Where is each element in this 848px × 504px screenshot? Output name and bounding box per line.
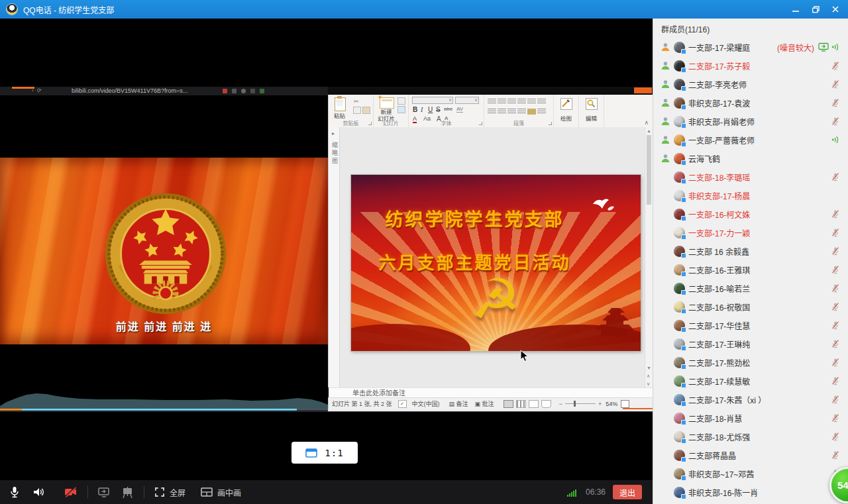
extension-icon[interactable]: [241, 89, 246, 93]
member-row[interactable]: 二支部-18-肖慧: [653, 409, 848, 427]
member-row[interactable]: 二支部-17-华佳慧: [653, 316, 848, 334]
mic-muted-icon[interactable]: [831, 228, 840, 237]
language-indicator[interactable]: 中文(中国): [412, 399, 440, 408]
zoom-percentage[interactable]: 54%: [606, 401, 617, 407]
mic-muted-icon[interactable]: [831, 376, 840, 385]
scrollbar-thumb[interactable]: [647, 135, 651, 205]
member-row[interactable]: 非织支部-16-陈一肖: [653, 483, 848, 501]
mic-muted-icon[interactable]: [831, 209, 840, 219]
paragraph-dialog-launcher[interactable]: [549, 122, 552, 125]
mic-muted-icon[interactable]: [831, 413, 840, 423]
strikethrough-button[interactable]: S: [436, 106, 441, 113]
member-row[interactable]: 二支部-18-尤烁强: [653, 427, 848, 446]
paragraph-buttons-row1[interactable]: [487, 98, 547, 105]
ppt-notes-area[interactable]: 单击此处添加备注: [329, 387, 653, 397]
member-row[interactable]: 一支部-严蔷薇老师: [653, 130, 848, 149]
fullscreen-label[interactable]: 全屏: [170, 487, 186, 498]
member-row[interactable]: 二支部-17-续慧敏: [653, 372, 848, 390]
member-row[interactable]: 二支部-18-李璐瑶: [653, 168, 848, 186]
notes-toggle[interactable]: ▤ 备注: [449, 399, 468, 408]
reading-view-icon[interactable]: [529, 400, 539, 408]
member-row[interactable]: 二支部-16-祝敬国: [653, 297, 848, 316]
speaker-button[interactable]: [32, 485, 45, 499]
format-painter-icon[interactable]: [362, 107, 370, 114]
member-row[interactable]: 二支部-17-王琳纯: [653, 334, 848, 353]
camera-off-button[interactable]: [64, 485, 78, 499]
zoom-in-icon[interactable]: +: [598, 401, 602, 407]
paste-icon[interactable]: [335, 97, 346, 111]
font-size-select[interactable]: [455, 97, 479, 104]
mic-muted-icon[interactable]: [831, 302, 840, 311]
pip-button[interactable]: [200, 486, 213, 498]
microphone-button[interactable]: [8, 485, 21, 499]
fit-to-window-icon[interactable]: [621, 400, 629, 408]
mic-muted-icon[interactable]: [831, 358, 840, 367]
screen-share-icon[interactable]: [818, 42, 829, 52]
thumbnail-pane-label[interactable]: 缩略图: [331, 142, 339, 166]
member-row[interactable]: 二支部蒋晶晶: [653, 446, 848, 464]
mic-muted-icon[interactable]: [831, 339, 840, 348]
mic-muted-icon[interactable]: [831, 395, 840, 404]
collapse-ribbon-icon[interactable]: ∧: [644, 119, 649, 126]
draw-button[interactable]: 绘图: [554, 114, 578, 122]
slide-sorter-view-icon[interactable]: [516, 400, 526, 408]
paragraph-buttons-row2[interactable]: [487, 108, 547, 115]
slideshow-view-icon[interactable]: [541, 400, 551, 408]
scroll-up-icon[interactable]: ▲: [647, 128, 651, 133]
zoom-slider[interactable]: [565, 403, 596, 404]
scroll-down-icon[interactable]: ▼: [647, 366, 651, 370]
extension-icon[interactable]: [232, 89, 237, 93]
ppt-scrollbar[interactable]: ▲ ▼ ∧ ∨: [645, 127, 653, 387]
member-row[interactable]: 二支部-16-喻若兰: [653, 279, 848, 297]
exit-call-button[interactable]: 退出: [613, 485, 642, 499]
normal-view-icon[interactable]: [504, 400, 513, 408]
member-row[interactable]: 一支部-17-力一颖: [653, 223, 848, 242]
zoom-out-icon[interactable]: −: [559, 401, 562, 407]
mic-muted-icon[interactable]: [831, 61, 840, 70]
member-row[interactable]: 非织支部-肖娟老师: [653, 112, 848, 130]
italic-button[interactable]: I: [421, 106, 423, 113]
mic-muted-icon[interactable]: [831, 172, 840, 181]
ppt-slide[interactable]: 纺织学院学生党支部 六月支部主题党日活动 ☭: [351, 175, 641, 351]
minimize-button[interactable]: [786, 0, 806, 19]
member-row[interactable]: 二支部-李亮老师: [653, 75, 848, 93]
extension-icon[interactable]: [260, 89, 264, 93]
scale-ratio-button[interactable]: 1:1: [292, 442, 358, 464]
spellcheck-icon[interactable]: ✓: [398, 400, 407, 408]
browser-nav-icons[interactable]: ‹⟳: [32, 87, 44, 93]
member-row[interactable]: 非织支部~17~邓茜: [653, 464, 848, 483]
bold-button[interactable]: B: [413, 106, 417, 113]
zoom-slider-handle[interactable]: [574, 401, 576, 407]
fullscreen-button[interactable]: [154, 486, 166, 498]
char-spacing-button[interactable]: AV: [456, 106, 463, 113]
mic-muted-icon[interactable]: [831, 98, 840, 107]
mic-muted-icon[interactable]: [831, 321, 840, 330]
presenter-easel-button[interactable]: [121, 486, 134, 499]
reset-slide-icon[interactable]: [398, 106, 405, 113]
new-slide-icon[interactable]: [380, 97, 394, 109]
mic-muted-icon[interactable]: [831, 432, 840, 441]
shared-video-player[interactable]: 前进 前进 前进 进: [0, 95, 328, 411]
mic-muted-icon[interactable]: [831, 450, 840, 460]
browser-address-bar[interactable]: ‹⟳ bilibili.com/video/BV15W411V76B?from=…: [0, 87, 328, 95]
member-row[interactable]: 云海飞鹤: [653, 149, 848, 168]
member-row[interactable]: 一支部-17-梁耀庭 (噪音较大): [653, 38, 848, 56]
pip-label[interactable]: 画中画: [217, 487, 241, 498]
member-row[interactable]: 非织支部-17-袁波: [653, 93, 848, 112]
comments-toggle[interactable]: ▣ 批注: [475, 399, 494, 408]
member-row[interactable]: 二支部-17-熊劲松: [653, 353, 848, 372]
edit-button[interactable]: 编辑: [579, 114, 604, 122]
member-row[interactable]: 二支部-17-苏子毅: [653, 56, 848, 75]
member-row[interactable]: 非织支部-17-杨晨: [653, 186, 848, 205]
draw-icon[interactable]: [560, 98, 572, 110]
mic-muted-icon[interactable]: [831, 283, 840, 293]
share-screen-button[interactable]: [97, 486, 111, 499]
next-slide-icon[interactable]: ∨: [647, 381, 650, 386]
member-row[interactable]: 二支部-17-朱茜（xi ）: [653, 390, 848, 409]
cut-icon[interactable]: ✂: [354, 98, 359, 105]
restore-button[interactable]: [806, 0, 825, 19]
copy-icon[interactable]: [353, 107, 361, 114]
paste-button[interactable]: 粘贴: [329, 111, 350, 119]
clipboard-dialog-launcher[interactable]: [368, 122, 372, 125]
extension-icon[interactable]: [250, 89, 255, 93]
